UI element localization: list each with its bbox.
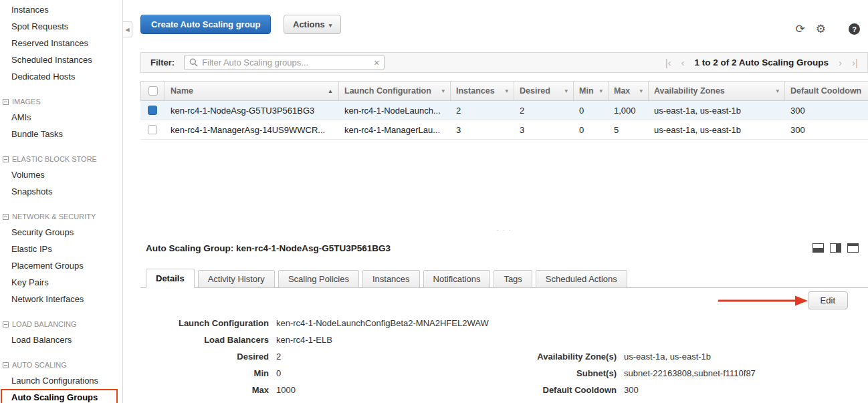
row-checkbox[interactable]: [148, 125, 157, 134]
caret-down-icon: ▾: [505, 88, 508, 94]
sidebar-item-instances[interactable]: Instances: [0, 1, 122, 18]
tab-notifications[interactable]: Notifications: [423, 270, 491, 288]
sidebar-item-bundle-tasks[interactable]: Bundle Tasks: [0, 126, 122, 142]
column-header-default-cooldown[interactable]: Default Cooldown▾: [785, 82, 868, 100]
sidebar-section-images[interactable]: IMAGES: [0, 94, 122, 109]
field-label-default-cooldown: Default Cooldown: [488, 385, 617, 395]
sidebar-item-network-interfaces[interactable]: Network Interfaces: [0, 291, 122, 307]
detail-field-placement-group: Placement Group: [488, 398, 756, 403]
sidebar-item-dedicated-hosts[interactable]: Dedicated Hosts: [0, 68, 122, 85]
column-header-launch-configuration[interactable]: Launch Configuration▾: [339, 82, 451, 100]
select-all-checkbox[interactable]: [148, 86, 158, 96]
caret-down-icon: ▾: [776, 88, 779, 94]
detail-field-health-check-type: Health Check TypeEC2: [146, 398, 489, 403]
sidebar-section-label: NETWORK & SECURITY: [12, 209, 96, 224]
maximize-pane-icon[interactable]: [847, 243, 859, 253]
pagination-next-button[interactable]: ›: [839, 57, 842, 68]
cell-desired: 3: [514, 120, 573, 139]
filter-input[interactable]: [202, 57, 370, 68]
sidebar-item-security-groups[interactable]: Security Groups: [0, 224, 122, 241]
sidebar-item-auto-scaling-groups[interactable]: Auto Scaling Groups: [0, 389, 122, 403]
table-header-row: Name▲Launch Configuration▾Instances▾Desi…: [140, 81, 868, 101]
sidebar-item-snapshots[interactable]: Snapshots: [0, 183, 122, 200]
column-label: Max: [614, 86, 630, 96]
split-vertical-icon[interactable]: [830, 243, 841, 253]
toolbar-icons: ⟳ ⚙ ?: [796, 23, 861, 35]
collapse-section-icon: [3, 321, 9, 327]
sidebar-section-elastic-block-store[interactable]: ELASTIC BLOCK STORE: [0, 152, 122, 166]
actions-button[interactable]: Actions▾: [284, 15, 341, 34]
sidebar-item-scheduled-instances[interactable]: Scheduled Instances: [0, 51, 122, 68]
field-value-load-balancers[interactable]: ken-rc4-1-ELB: [276, 335, 332, 345]
split-horizontal-icon[interactable]: [812, 243, 824, 253]
field-value-desired: 2: [276, 352, 281, 362]
chevron-left-icon: ◀: [125, 27, 129, 33]
column-label: Default Cooldown: [790, 86, 861, 96]
pagination: |‹ ‹ 1 to 2 of 2 Auto Scaling Groups › ›…: [665, 57, 858, 68]
field-label-availability-zone-s: Availability Zone(s): [488, 352, 617, 362]
sidebar-item-spot-requests[interactable]: Spot Requests: [0, 18, 122, 35]
sidebar-item-amis[interactable]: AMIs: [0, 109, 122, 126]
column-header-desired[interactable]: Desired▾: [514, 82, 574, 100]
pagination-status: 1 to 2 of 2 Auto Scaling Groups: [695, 57, 829, 68]
sidebar-item-key-pairs[interactable]: Key Pairs: [0, 274, 122, 291]
clear-filter-icon[interactable]: ×: [374, 58, 379, 68]
field-label-desired: Desired: [146, 352, 269, 362]
pagination-first-button[interactable]: |‹: [665, 57, 671, 68]
tab-details[interactable]: Details: [146, 269, 195, 288]
pagination-last-button[interactable]: ›|: [852, 57, 858, 68]
sidebar-item-launch-configurations[interactable]: Launch Configurations: [0, 372, 122, 389]
settings-gear-icon[interactable]: ⚙: [816, 23, 826, 35]
help-icon[interactable]: ?: [849, 23, 860, 35]
column-header-availability-zones[interactable]: Availability Zones▾: [649, 82, 785, 100]
detail-tabs: DetailsActivity HistoryScaling PoliciesI…: [140, 269, 868, 288]
cell-name: ken-rc4-1-ManagerAsg-14US9WWCR...: [165, 120, 338, 139]
caret-down-icon: ▾: [639, 88, 643, 94]
sidebar-section-label: AUTO SCALING: [12, 358, 67, 372]
caret-down-icon: ▾: [599, 88, 603, 94]
column-header-instances[interactable]: Instances▾: [451, 82, 514, 100]
filter-label: Filter:: [150, 57, 175, 68]
column-header-max[interactable]: Max▾: [609, 82, 649, 100]
sidebar-section-network-security[interactable]: NETWORK & SECURITY: [0, 209, 122, 224]
field-value-min: 0: [276, 368, 281, 378]
cell-instances: 3: [450, 120, 514, 139]
column-header-name[interactable]: Name▲: [165, 82, 339, 100]
row-checkbox-cell[interactable]: [140, 101, 165, 120]
tab-instances[interactable]: Instances: [362, 270, 420, 288]
pagination-prev-button[interactable]: ‹: [681, 57, 685, 68]
table-row[interactable]: ken-rc4-1-ManagerAsg-14US9WWCR...ken-rc4…: [140, 120, 868, 140]
field-value-launch-configuration[interactable]: ken-rc4-1-NodeLaunchConfigBeta2-MNA2HFEL…: [276, 318, 489, 328]
column-header-min[interactable]: Min▾: [574, 82, 609, 100]
sidebar-item-reserved-instances[interactable]: Reserved Instances: [0, 35, 122, 51]
field-value-max: 1000: [276, 385, 296, 395]
collapse-section-icon: [3, 156, 9, 162]
sidebar-section-auto-scaling[interactable]: AUTO SCALING: [0, 358, 122, 372]
caret-down-icon: ▾: [564, 88, 568, 94]
tab-scaling-policies[interactable]: Scaling Policies: [278, 270, 359, 288]
panel-splitter[interactable]: ∙ ∙ ∙: [140, 226, 868, 234]
row-checkbox[interactable]: [148, 106, 157, 115]
column-label: Availability Zones: [654, 86, 725, 96]
chevron-down-icon: ▾: [329, 22, 332, 29]
table-row[interactable]: ken-rc4-1-NodeAsg-G5TU3P561BG3ken-rc4-1-…: [140, 101, 868, 120]
sidebar-section-load-balancing[interactable]: LOAD BALANCING: [0, 317, 122, 331]
tab-tags[interactable]: Tags: [494, 270, 532, 288]
sidebar-item-volumes[interactable]: Volumes: [0, 166, 122, 183]
tab-activity-history[interactable]: Activity History: [198, 270, 275, 288]
refresh-icon[interactable]: ⟳: [796, 23, 805, 35]
sidebar-item-elastic-ips[interactable]: Elastic IPs: [0, 241, 122, 257]
cell-min: 0: [573, 120, 608, 139]
sidebar-item-load-balancers[interactable]: Load Balancers: [0, 331, 122, 348]
column-label: Instances: [456, 86, 495, 96]
create-auto-scaling-group-button[interactable]: Create Auto Scaling group: [140, 15, 271, 34]
ec2-console: InstancesSpot RequestsReserved Instances…: [0, 0, 868, 403]
sidebar-item-placement-groups[interactable]: Placement Groups: [0, 257, 122, 274]
row-checkbox-cell[interactable]: [140, 120, 165, 139]
tab-scheduled-actions[interactable]: Scheduled Actions: [536, 270, 627, 288]
edit-button[interactable]: Edit: [808, 291, 848, 309]
filter-search-box: ×: [184, 55, 385, 70]
detail-field-min: Min0: [146, 365, 489, 382]
select-all-checkbox-cell[interactable]: [141, 82, 165, 100]
sidebar-collapse-button[interactable]: ◀: [123, 21, 132, 37]
